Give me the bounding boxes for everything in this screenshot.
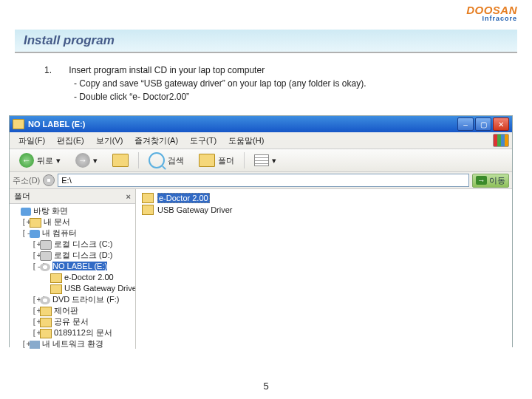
tree-node-label[interactable]: 제어판 <box>54 306 78 315</box>
menu-view[interactable]: 보기(V) <box>90 134 129 148</box>
tree-node[interactable]: [+]제어판 <box>11 305 134 316</box>
tree-toggle-icon[interactable]: [+] <box>32 316 40 327</box>
up-folder-icon <box>112 154 129 167</box>
tree-toggle-icon[interactable]: [-] <box>21 228 30 239</box>
list-item-label[interactable]: USB Gateway Driver <box>157 205 232 214</box>
views-button[interactable]: ▾ <box>249 152 282 168</box>
tree-toggle-icon[interactable]: [+] <box>32 305 40 316</box>
forward-arrow-icon: → <box>75 153 90 168</box>
desktop-icon <box>21 208 31 216</box>
window-titlebar: NO LABEL (E:) – ▢ ✕ <box>10 116 512 132</box>
tree-node-label[interactable]: 공유 문서 <box>54 317 89 326</box>
cd-icon <box>40 296 50 304</box>
views-icon <box>254 154 269 166</box>
folder-icon <box>50 273 62 283</box>
up-button[interactable] <box>107 151 134 169</box>
cd-icon <box>40 263 50 271</box>
menubar: 파일(F) 편집(E) 보기(V) 즐겨찾기(A) 도구(T) 도움말(H) <box>10 132 512 149</box>
tree-node[interactable]: 바탕 화면 <box>11 205 134 216</box>
tree-node-label[interactable]: 내 컴퓨터 <box>42 228 77 237</box>
step-subline-b: - Double click “e- Doctor2.00” <box>74 90 502 103</box>
tree-toggle-icon[interactable]: [+] <box>32 239 40 250</box>
address-input[interactable] <box>58 174 469 187</box>
search-button[interactable]: 검색 <box>143 150 189 171</box>
tree-node[interactable]: [-]내 컴퓨터 <box>11 228 134 239</box>
menu-tools[interactable]: 도구(T) <box>184 134 222 148</box>
tree-node-label[interactable]: 내 문서 <box>44 217 70 226</box>
window-title: NO LABEL (E:) <box>28 120 457 129</box>
tree-node-label[interactable]: NO LABEL (E:) <box>52 262 107 270</box>
separator <box>244 152 245 168</box>
tree-node-label[interactable]: 로컬 디스크 (C:) <box>54 239 112 248</box>
tree-node[interactable]: [+]로컬 디스크 (C:) <box>11 239 134 250</box>
back-arrow-icon: ← <box>19 153 34 168</box>
tree-node-label[interactable]: e-Doctor 2.00 <box>64 273 114 282</box>
tree-toggle-icon[interactable]: [+] <box>21 338 30 349</box>
tree-toggle-icon[interactable]: [+] <box>21 216 30 228</box>
brand-name: DOOSAN <box>466 4 517 16</box>
tree-node[interactable]: [+]DVD 드라이브 (F:) <box>11 294 134 305</box>
tree-toggle-icon[interactable]: [+] <box>32 250 40 261</box>
tree-node-label[interactable]: 0189112의 문서 <box>54 328 112 337</box>
chevron-down-icon: ▾ <box>56 156 61 166</box>
tree-node[interactable]: [+]로컬 디스크 (D:) <box>11 250 134 261</box>
list-item[interactable]: e-Doctor 2.00 <box>140 192 508 204</box>
windows-logo-icon <box>493 134 509 147</box>
folders-label: 폴더 <box>218 155 234 166</box>
tree-node[interactable]: e-Doctor 2.00 <box>11 272 134 283</box>
chevron-down-icon: ▾ <box>93 156 98 166</box>
file-list-pane[interactable]: e-Doctor 2.00USB Gateway Driver <box>136 189 512 349</box>
folder-icon <box>50 284 62 294</box>
chevron-down-icon: ▾ <box>272 156 276 166</box>
menu-help[interactable]: 도움말(H) <box>222 134 270 148</box>
forward-button[interactable]: → ▾ <box>70 151 103 170</box>
tree-node-label[interactable]: DVD 드라이브 (F:) <box>52 295 119 304</box>
search-icon <box>149 152 165 168</box>
tree-node-label[interactable]: 로컬 디스크 (D:) <box>54 250 112 259</box>
address-bar: 주소(D) → 이동 <box>10 172 512 189</box>
folder-icon <box>13 119 24 129</box>
folder-tree[interactable]: 바탕 화면[+]내 문서[-]내 컴퓨터[+]로컬 디스크 (C:)[+]로컬 … <box>10 204 135 349</box>
folder-tree-pane: 폴더 × 바탕 화면[+]내 문서[-]내 컴퓨터[+]로컬 디스크 (C:)[… <box>10 189 136 349</box>
slide-title: Install program <box>24 33 115 47</box>
folders-button[interactable]: 폴더 <box>194 151 239 169</box>
minimize-button[interactable]: – <box>457 117 474 131</box>
tree-toggle-icon[interactable]: [+] <box>32 294 40 305</box>
tree-node[interactable]: [+]내 네트워크 환경 <box>11 338 134 349</box>
toolbar: ← 뒤로 ▾ → ▾ 검색 폴더 ▾ <box>10 149 512 172</box>
separator <box>138 152 139 168</box>
tree-node-label[interactable]: 내 네트워크 환경 <box>42 339 103 348</box>
tree-toggle-icon[interactable]: [-] <box>32 261 40 272</box>
step-text: Insert program install CD in your lap to… <box>69 65 265 75</box>
folder-icon <box>30 218 41 228</box>
address-label: 주소(D) <box>13 175 40 186</box>
tree-node[interactable]: USB Gateway Driver <box>11 283 134 294</box>
back-button[interactable]: ← 뒤로 ▾ <box>14 151 66 170</box>
tree-node[interactable]: [+]내 문서 <box>11 216 134 228</box>
folder-icon <box>40 307 52 316</box>
tree-header-label: 폴더 <box>14 191 30 202</box>
maximize-button[interactable]: ▢ <box>475 117 491 131</box>
folder-icon <box>142 193 154 203</box>
close-button[interactable]: ✕ <box>493 117 509 131</box>
disk-icon <box>40 251 52 261</box>
menu-edit[interactable]: 편집(E) <box>51 134 90 148</box>
folder-icon <box>40 318 52 327</box>
tree-node[interactable]: [+]0189112의 문서 <box>11 327 134 338</box>
step-subline-a: - Copy and save “USB gateway driver” on … <box>74 77 502 90</box>
tree-close-button[interactable]: × <box>126 192 131 201</box>
tree-node[interactable]: [+]공유 문서 <box>11 316 134 327</box>
search-label: 검색 <box>168 155 184 166</box>
go-button[interactable]: → 이동 <box>472 174 509 188</box>
list-item-label[interactable]: e-Doctor 2.00 <box>157 193 210 203</box>
menu-file[interactable]: 파일(F) <box>13 134 51 148</box>
list-item[interactable]: USB Gateway Driver <box>140 204 508 216</box>
desktop-icon <box>30 230 40 238</box>
go-label: 이동 <box>489 175 505 186</box>
menu-favorites[interactable]: 즐겨찾기(A) <box>129 134 184 148</box>
tree-node-label[interactable]: 바탕 화면 <box>33 206 68 215</box>
tree-node[interactable]: [-]NO LABEL (E:) <box>11 261 134 272</box>
tree-toggle-icon[interactable]: [+] <box>32 327 40 338</box>
slide-title-bar: Install program <box>15 30 517 53</box>
tree-node-label[interactable]: USB Gateway Driver <box>64 284 135 293</box>
